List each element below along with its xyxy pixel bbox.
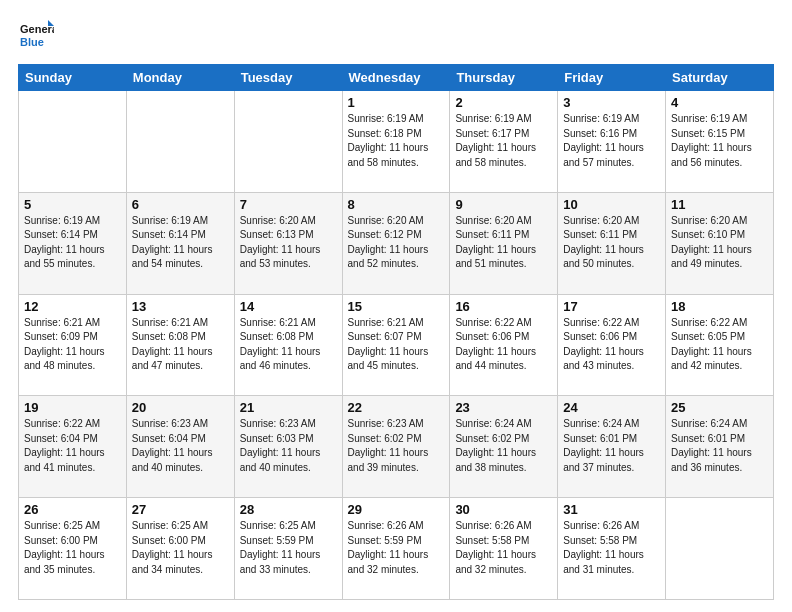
calendar-cell xyxy=(234,91,342,193)
calendar-cell: 7Sunrise: 6:20 AMSunset: 6:13 PMDaylight… xyxy=(234,192,342,294)
logo: General Blue xyxy=(18,18,58,54)
day-number: 15 xyxy=(348,299,445,314)
calendar-header-sunday: Sunday xyxy=(19,65,127,91)
calendar-cell: 11Sunrise: 6:20 AMSunset: 6:10 PMDayligh… xyxy=(666,192,774,294)
day-number: 12 xyxy=(24,299,121,314)
day-info: Sunrise: 6:19 AMSunset: 6:18 PMDaylight:… xyxy=(348,112,445,170)
day-number: 17 xyxy=(563,299,660,314)
header: General Blue xyxy=(18,18,774,54)
calendar-cell: 23Sunrise: 6:24 AMSunset: 6:02 PMDayligh… xyxy=(450,396,558,498)
calendar-cell: 28Sunrise: 6:25 AMSunset: 5:59 PMDayligh… xyxy=(234,498,342,600)
calendar-week-3: 12Sunrise: 6:21 AMSunset: 6:09 PMDayligh… xyxy=(19,294,774,396)
day-number: 22 xyxy=(348,400,445,415)
calendar-cell: 25Sunrise: 6:24 AMSunset: 6:01 PMDayligh… xyxy=(666,396,774,498)
day-number: 2 xyxy=(455,95,552,110)
calendar-cell: 2Sunrise: 6:19 AMSunset: 6:17 PMDaylight… xyxy=(450,91,558,193)
day-info: Sunrise: 6:22 AMSunset: 6:05 PMDaylight:… xyxy=(671,316,768,374)
calendar-week-2: 5Sunrise: 6:19 AMSunset: 6:14 PMDaylight… xyxy=(19,192,774,294)
day-number: 31 xyxy=(563,502,660,517)
day-number: 14 xyxy=(240,299,337,314)
day-info: Sunrise: 6:20 AMSunset: 6:10 PMDaylight:… xyxy=(671,214,768,272)
day-number: 27 xyxy=(132,502,229,517)
page: General Blue SundayMondayTuesdayWednesda… xyxy=(0,0,792,612)
day-info: Sunrise: 6:21 AMSunset: 6:08 PMDaylight:… xyxy=(132,316,229,374)
day-number: 16 xyxy=(455,299,552,314)
day-info: Sunrise: 6:25 AMSunset: 6:00 PMDaylight:… xyxy=(24,519,121,577)
calendar-cell: 10Sunrise: 6:20 AMSunset: 6:11 PMDayligh… xyxy=(558,192,666,294)
calendar-header-tuesday: Tuesday xyxy=(234,65,342,91)
day-info: Sunrise: 6:19 AMSunset: 6:14 PMDaylight:… xyxy=(24,214,121,272)
calendar-cell: 26Sunrise: 6:25 AMSunset: 6:00 PMDayligh… xyxy=(19,498,127,600)
day-info: Sunrise: 6:22 AMSunset: 6:06 PMDaylight:… xyxy=(455,316,552,374)
day-number: 13 xyxy=(132,299,229,314)
day-info: Sunrise: 6:22 AMSunset: 6:04 PMDaylight:… xyxy=(24,417,121,475)
day-info: Sunrise: 6:23 AMSunset: 6:02 PMDaylight:… xyxy=(348,417,445,475)
calendar-cell: 18Sunrise: 6:22 AMSunset: 6:05 PMDayligh… xyxy=(666,294,774,396)
calendar-cell: 4Sunrise: 6:19 AMSunset: 6:15 PMDaylight… xyxy=(666,91,774,193)
calendar-cell: 6Sunrise: 6:19 AMSunset: 6:14 PMDaylight… xyxy=(126,192,234,294)
day-info: Sunrise: 6:25 AMSunset: 5:59 PMDaylight:… xyxy=(240,519,337,577)
day-info: Sunrise: 6:24 AMSunset: 6:01 PMDaylight:… xyxy=(563,417,660,475)
day-info: Sunrise: 6:22 AMSunset: 6:06 PMDaylight:… xyxy=(563,316,660,374)
day-number: 7 xyxy=(240,197,337,212)
day-info: Sunrise: 6:19 AMSunset: 6:17 PMDaylight:… xyxy=(455,112,552,170)
calendar-cell: 21Sunrise: 6:23 AMSunset: 6:03 PMDayligh… xyxy=(234,396,342,498)
day-number: 23 xyxy=(455,400,552,415)
day-info: Sunrise: 6:21 AMSunset: 6:07 PMDaylight:… xyxy=(348,316,445,374)
day-number: 6 xyxy=(132,197,229,212)
calendar-header-wednesday: Wednesday xyxy=(342,65,450,91)
calendar-cell: 22Sunrise: 6:23 AMSunset: 6:02 PMDayligh… xyxy=(342,396,450,498)
calendar-body: 1Sunrise: 6:19 AMSunset: 6:18 PMDaylight… xyxy=(19,91,774,600)
day-info: Sunrise: 6:19 AMSunset: 6:15 PMDaylight:… xyxy=(671,112,768,170)
day-info: Sunrise: 6:26 AMSunset: 5:59 PMDaylight:… xyxy=(348,519,445,577)
day-number: 10 xyxy=(563,197,660,212)
calendar-cell: 1Sunrise: 6:19 AMSunset: 6:18 PMDaylight… xyxy=(342,91,450,193)
day-info: Sunrise: 6:19 AMSunset: 6:14 PMDaylight:… xyxy=(132,214,229,272)
day-number: 11 xyxy=(671,197,768,212)
day-info: Sunrise: 6:25 AMSunset: 6:00 PMDaylight:… xyxy=(132,519,229,577)
day-number: 9 xyxy=(455,197,552,212)
day-number: 5 xyxy=(24,197,121,212)
calendar-cell: 29Sunrise: 6:26 AMSunset: 5:59 PMDayligh… xyxy=(342,498,450,600)
calendar-week-1: 1Sunrise: 6:19 AMSunset: 6:18 PMDaylight… xyxy=(19,91,774,193)
day-info: Sunrise: 6:23 AMSunset: 6:03 PMDaylight:… xyxy=(240,417,337,475)
day-info: Sunrise: 6:20 AMSunset: 6:12 PMDaylight:… xyxy=(348,214,445,272)
calendar-cell: 14Sunrise: 6:21 AMSunset: 6:08 PMDayligh… xyxy=(234,294,342,396)
day-number: 20 xyxy=(132,400,229,415)
calendar-cell: 24Sunrise: 6:24 AMSunset: 6:01 PMDayligh… xyxy=(558,396,666,498)
calendar-cell: 31Sunrise: 6:26 AMSunset: 5:58 PMDayligh… xyxy=(558,498,666,600)
calendar-cell: 5Sunrise: 6:19 AMSunset: 6:14 PMDaylight… xyxy=(19,192,127,294)
calendar-cell: 30Sunrise: 6:26 AMSunset: 5:58 PMDayligh… xyxy=(450,498,558,600)
calendar-header-monday: Monday xyxy=(126,65,234,91)
day-info: Sunrise: 6:20 AMSunset: 6:11 PMDaylight:… xyxy=(455,214,552,272)
day-number: 8 xyxy=(348,197,445,212)
day-number: 30 xyxy=(455,502,552,517)
day-number: 24 xyxy=(563,400,660,415)
calendar-cell: 15Sunrise: 6:21 AMSunset: 6:07 PMDayligh… xyxy=(342,294,450,396)
calendar-cell: 17Sunrise: 6:22 AMSunset: 6:06 PMDayligh… xyxy=(558,294,666,396)
day-number: 21 xyxy=(240,400,337,415)
calendar-week-5: 26Sunrise: 6:25 AMSunset: 6:00 PMDayligh… xyxy=(19,498,774,600)
day-number: 26 xyxy=(24,502,121,517)
calendar-header-thursday: Thursday xyxy=(450,65,558,91)
calendar-cell: 8Sunrise: 6:20 AMSunset: 6:12 PMDaylight… xyxy=(342,192,450,294)
day-info: Sunrise: 6:24 AMSunset: 6:01 PMDaylight:… xyxy=(671,417,768,475)
svg-text:Blue: Blue xyxy=(20,36,44,48)
day-number: 19 xyxy=(24,400,121,415)
calendar-week-4: 19Sunrise: 6:22 AMSunset: 6:04 PMDayligh… xyxy=(19,396,774,498)
calendar-cell: 9Sunrise: 6:20 AMSunset: 6:11 PMDaylight… xyxy=(450,192,558,294)
calendar-cell: 16Sunrise: 6:22 AMSunset: 6:06 PMDayligh… xyxy=(450,294,558,396)
day-info: Sunrise: 6:19 AMSunset: 6:16 PMDaylight:… xyxy=(563,112,660,170)
day-number: 28 xyxy=(240,502,337,517)
calendar: SundayMondayTuesdayWednesdayThursdayFrid… xyxy=(18,64,774,600)
day-info: Sunrise: 6:21 AMSunset: 6:09 PMDaylight:… xyxy=(24,316,121,374)
day-number: 3 xyxy=(563,95,660,110)
day-info: Sunrise: 6:26 AMSunset: 5:58 PMDaylight:… xyxy=(455,519,552,577)
calendar-cell xyxy=(19,91,127,193)
day-info: Sunrise: 6:20 AMSunset: 6:11 PMDaylight:… xyxy=(563,214,660,272)
calendar-cell xyxy=(666,498,774,600)
calendar-header-saturday: Saturday xyxy=(666,65,774,91)
day-number: 18 xyxy=(671,299,768,314)
day-info: Sunrise: 6:21 AMSunset: 6:08 PMDaylight:… xyxy=(240,316,337,374)
day-info: Sunrise: 6:23 AMSunset: 6:04 PMDaylight:… xyxy=(132,417,229,475)
